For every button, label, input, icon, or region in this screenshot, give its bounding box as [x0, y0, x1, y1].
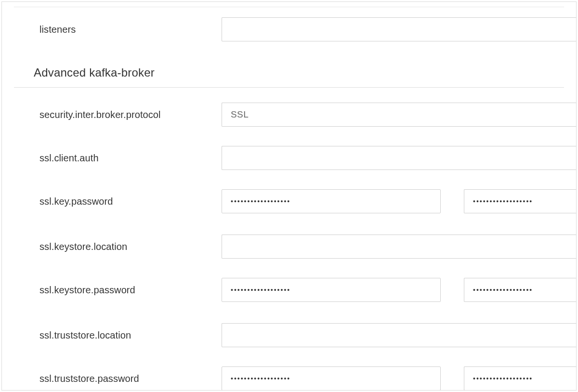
label-security-inter-broker-protocol: security.inter.broker.protocol: [39, 109, 222, 120]
section-divider: [14, 87, 564, 88]
label-listeners: listeners: [39, 24, 222, 35]
input-ssl-keystore-password[interactable]: [222, 278, 441, 302]
label-ssl-client-auth: ssl.client.auth: [39, 153, 222, 164]
input-security-inter-broker-protocol[interactable]: [222, 103, 576, 127]
input-ssl-truststore-password[interactable]: [222, 366, 441, 391]
label-ssl-key-password: ssl.key.password: [39, 196, 222, 207]
row-ssl-keystore-password: ssl.keystore.password: [2, 273, 576, 307]
input-ssl-keystore-password-confirm[interactable]: [464, 278, 576, 302]
row-ssl-truststore-location: ssl.truststore.location: [2, 318, 576, 353]
label-ssl-truststore-location: ssl.truststore.location: [39, 330, 222, 341]
row-ssl-keystore-location: ssl.keystore.location: [2, 229, 576, 264]
input-ssl-truststore-password-confirm[interactable]: [464, 366, 576, 391]
row-ssl-truststore-password: ssl.truststore.password: [2, 361, 576, 391]
row-ssl-key-password: ssl.key.password: [2, 184, 576, 219]
input-ssl-truststore-location[interactable]: [222, 323, 576, 347]
config-panel: listeners Advanced kafka-broker security…: [1, 1, 577, 391]
row-security-inter-broker-protocol: security.inter.broker.protocol: [2, 97, 576, 132]
row-listeners: listeners: [2, 12, 576, 47]
input-listeners[interactable]: [222, 17, 576, 41]
input-ssl-client-auth[interactable]: [222, 146, 576, 170]
label-ssl-truststore-password: ssl.truststore.password: [39, 373, 222, 384]
input-ssl-key-password-confirm[interactable]: [464, 189, 576, 213]
label-ssl-keystore-password: ssl.keystore.password: [39, 285, 222, 296]
input-ssl-key-password[interactable]: [222, 189, 441, 213]
label-ssl-keystore-location: ssl.keystore.location: [39, 241, 222, 252]
row-ssl-client-auth: ssl.client.auth: [2, 141, 576, 175]
section-heading-advanced: Advanced kafka-broker: [2, 47, 576, 87]
input-ssl-keystore-location[interactable]: [222, 235, 576, 259]
